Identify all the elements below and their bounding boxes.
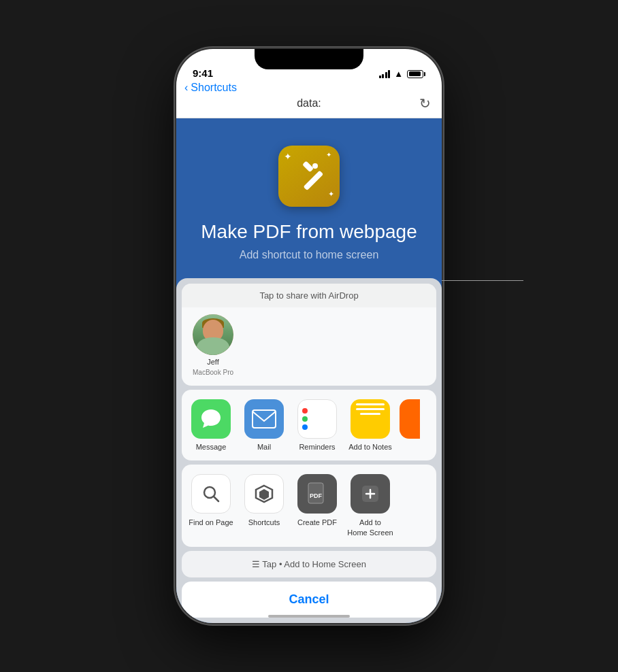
cancel-button[interactable]: Cancel bbox=[182, 582, 436, 618]
app-item-message[interactable]: Message bbox=[187, 399, 235, 451]
wifi-icon: ▲ bbox=[394, 69, 403, 79]
wand-svg-icon bbox=[292, 159, 326, 193]
notes-label: Add to Notes bbox=[348, 443, 392, 451]
status-time: 9:41 bbox=[193, 67, 213, 79]
airdrop-section: Tap to share with AirDrop Jeff MacBook P… bbox=[182, 284, 436, 386]
contact-item[interactable]: Jeff MacBook Pro bbox=[193, 314, 233, 376]
svg-rect-1 bbox=[302, 161, 314, 172]
notch bbox=[255, 49, 363, 69]
phone-frame: 9:41 ▲ ‹ Shortcuts data: ↻ bbox=[176, 49, 442, 623]
svg-marker-7 bbox=[259, 489, 269, 500]
address-text[interactable]: data: bbox=[297, 97, 321, 110]
reminders-label: Reminders bbox=[299, 443, 335, 451]
home-indicator[interactable] bbox=[268, 615, 350, 618]
reload-button[interactable]: ↻ bbox=[419, 95, 431, 112]
create-pdf-icon: PDF bbox=[297, 474, 337, 514]
action-item-find[interactable]: Find on Page bbox=[187, 474, 235, 537]
find-on-page-icon bbox=[191, 474, 231, 514]
app-icon: ✦ ✦ ✦ bbox=[278, 146, 340, 207]
svg-text:PDF: PDF bbox=[310, 492, 323, 499]
create-pdf-label: Create PDF bbox=[297, 518, 337, 527]
add-home-screen-icon bbox=[351, 474, 390, 514]
notes-icon bbox=[351, 399, 390, 439]
bottom-hint-text: ☰ Tap • Add to Home Screen bbox=[252, 559, 366, 569]
share-sheet: Tap to share with AirDrop Jeff MacBook P… bbox=[176, 278, 442, 623]
actions-section: Find on Page Shortcuts bbox=[182, 465, 436, 547]
sparkle-icon-3: ✦ bbox=[328, 190, 334, 199]
action-item-pdf[interactable]: PDF Create PDF bbox=[293, 474, 341, 537]
message-label: Message bbox=[196, 443, 227, 451]
app-item-partial[interactable] bbox=[400, 399, 420, 451]
cancel-section: Cancel bbox=[182, 582, 436, 618]
contact-avatar bbox=[193, 314, 233, 355]
svg-rect-3 bbox=[253, 410, 276, 428]
shortcuts-label: Shortcuts bbox=[248, 518, 280, 527]
app-item-mail[interactable]: Mail bbox=[240, 399, 288, 451]
back-chevron-icon: ‹ bbox=[184, 82, 188, 94]
airdrop-label: Tap to share with AirDrop bbox=[182, 284, 436, 307]
svg-point-2 bbox=[312, 163, 318, 169]
mail-label: Mail bbox=[257, 443, 271, 451]
reminders-icon bbox=[297, 399, 337, 439]
annotation-line bbox=[442, 280, 523, 281]
bottom-hint: ☰ Tap • Add to Home Screen bbox=[182, 551, 436, 577]
add-home-screen-label: Add toHome Screen bbox=[347, 518, 393, 537]
page-title: Make PDF from webpage bbox=[176, 220, 442, 243]
battery-icon bbox=[407, 70, 425, 78]
sparkle-icon-1: ✦ bbox=[284, 151, 292, 162]
signal-icon bbox=[379, 70, 391, 78]
apps-section: Message Mail bbox=[182, 390, 436, 460]
contact-name: Jeff bbox=[207, 358, 219, 366]
action-item-homescreen[interactable]: Add toHome Screen bbox=[346, 474, 394, 537]
mail-icon bbox=[244, 399, 284, 439]
status-icons: ▲ bbox=[379, 69, 425, 79]
app-item-reminders[interactable]: Reminders bbox=[293, 399, 341, 451]
app-item-notes[interactable]: Add to Notes bbox=[346, 399, 394, 451]
find-on-page-label: Find on Page bbox=[189, 518, 233, 527]
svg-rect-0 bbox=[304, 171, 324, 191]
page-subtitle: Add shortcut to home screen bbox=[176, 249, 442, 261]
contact-device: MacBook Pro bbox=[193, 369, 233, 376]
message-icon bbox=[191, 399, 231, 439]
back-nav[interactable]: ‹ Shortcuts bbox=[184, 82, 237, 94]
shortcuts-icon bbox=[244, 474, 284, 514]
back-label[interactable]: Shortcuts bbox=[191, 82, 237, 94]
sparkle-icon-2: ✦ bbox=[326, 151, 331, 158]
airdrop-contacts: Jeff MacBook Pro bbox=[182, 307, 436, 386]
action-item-shortcuts[interactable]: Shortcuts bbox=[240, 474, 288, 537]
svg-line-5 bbox=[214, 497, 218, 501]
